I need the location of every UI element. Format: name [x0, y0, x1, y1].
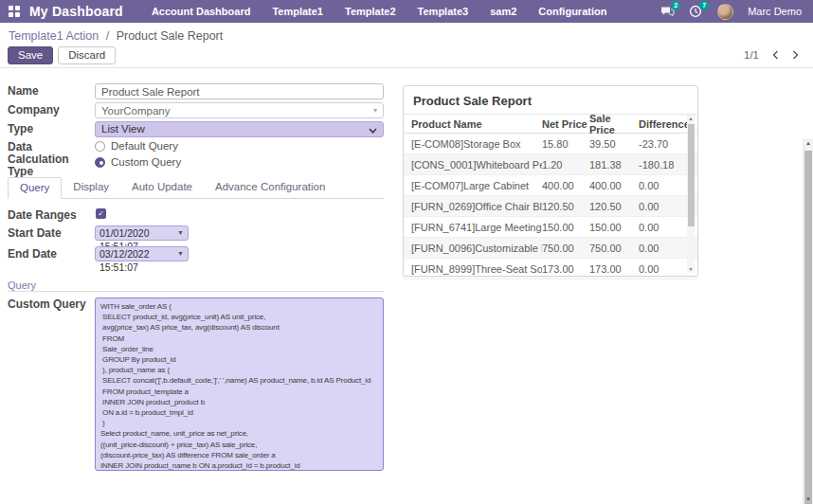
- radio-checked-icon[interactable]: [95, 157, 105, 168]
- radio-option-default-query[interactable]: Default Query: [95, 140, 178, 152]
- tab-auto-update[interactable]: Auto Update: [120, 177, 204, 198]
- query-section-title: Query: [8, 279, 36, 291]
- pager-count: 1/1: [744, 49, 759, 61]
- activities-clock-icon[interactable]: 7: [689, 5, 703, 18]
- datepicker-caret-icon[interactable]: ▼: [177, 247, 184, 261]
- end-date-input[interactable]: 03/12/2022 15:51:07 ▼: [95, 246, 189, 261]
- value-cell: 173.00: [589, 263, 639, 275]
- messages-icon[interactable]: 2: [660, 5, 675, 18]
- menu-item-template1[interactable]: Template1: [272, 6, 323, 17]
- menu-item-account-dashboard[interactable]: Account Dashboard: [152, 6, 251, 17]
- tab-advance-configuration[interactable]: Advance Configuration: [204, 177, 336, 198]
- menu-item-template3[interactable]: Template3: [418, 6, 469, 17]
- pager: 1/1: [744, 49, 799, 61]
- column-header-difference: Difference: [639, 118, 684, 130]
- product-name-cell: [FURN_0096]Customizable Desk: [411, 243, 542, 254]
- main-menu: Account Dashboard Template1 Template2 Te…: [152, 6, 607, 17]
- scroll-up-icon[interactable]: ▲: [687, 116, 695, 121]
- table-row: [E-COM07]Large Cabinet400.00400.000.00: [404, 175, 697, 196]
- product-name-cell: [CONS_0001]Whiteboard Pen: [411, 159, 542, 171]
- value-cell: 0.00: [639, 222, 684, 233]
- notebook-tabs: Query Display Auto Update Advance Config…: [8, 177, 384, 199]
- form-sheet: Name Company ▾ Type List View Data Calcu…: [0, 69, 813, 504]
- radio-unchecked-icon[interactable]: [95, 141, 105, 152]
- action-buttons: Save Discard: [8, 46, 116, 64]
- radio-option-label: Custom Query: [111, 156, 181, 168]
- report-title: Product Sale Report: [404, 86, 697, 115]
- user-name[interactable]: Marc Demo: [748, 6, 802, 17]
- date-ranges-checkbox[interactable]: ✓: [96, 208, 106, 219]
- discard-button[interactable]: Discard: [58, 46, 116, 64]
- value-cell: -23.70: [639, 138, 684, 150]
- product-name-cell: [E-COM08]Storage Box: [411, 138, 542, 150]
- breadcrumb-parent-link[interactable]: Template1 Action: [9, 29, 99, 43]
- company-label: Company: [8, 104, 89, 117]
- value-cell: 181.38: [589, 159, 639, 171]
- pager-next-icon[interactable]: [792, 50, 799, 60]
- value-cell: 1.20: [542, 159, 589, 171]
- navbar-right: 2 7 Marc Demo: [660, 4, 813, 20]
- value-cell: 173.00: [542, 263, 589, 275]
- value-cell: 39.50: [589, 138, 639, 150]
- table-row: [FURN_0269]Office Chair Black120.50120.5…: [404, 196, 697, 217]
- custom-query-label: Custom Query: [8, 298, 89, 311]
- value-cell: 400.00: [589, 180, 639, 191]
- scroll-down-icon[interactable]: ▼: [687, 266, 695, 272]
- table-row: [CONS_0001]Whiteboard Pen1.20181.38-180.…: [404, 154, 697, 175]
- tab-display[interactable]: Display: [62, 177, 120, 198]
- end-date-value: 03/12/2022 15:51:07: [99, 248, 150, 273]
- date-ranges-label: Date Ranges: [8, 209, 89, 222]
- tab-query[interactable]: Query: [8, 177, 62, 199]
- table-row: [FURN_6741]Large Meeting Table150.00150.…: [404, 217, 697, 238]
- value-cell: 0.00: [639, 263, 684, 275]
- breadcrumb-separator: /: [106, 29, 109, 43]
- report-table-body: [E-COM08]Storage Box15.8039.50-23.70[CON…: [404, 134, 697, 279]
- report-preview-card: Product Sale Report Product Name Net Pri…: [403, 85, 698, 277]
- page-scrollbar[interactable]: ▲ ▼: [803, 138, 813, 504]
- value-cell: -180.18: [639, 159, 684, 171]
- control-panel: Template1 Action / Product Sale Report S…: [0, 23, 813, 68]
- table-row: [FURN_8999]Three-Seat Sofa173.00173.000.…: [404, 259, 697, 279]
- chevron-down-icon: [369, 128, 377, 134]
- start-date-label: Start Date: [8, 227, 89, 240]
- type-select[interactable]: List View: [95, 121, 384, 137]
- table-header-row: Product Name Net Price Sale Price Differ…: [404, 115, 697, 134]
- value-cell: 0.00: [639, 243, 684, 254]
- pager-previous-icon[interactable]: [772, 50, 779, 60]
- end-date-label: End Date: [8, 248, 89, 261]
- value-cell: 750.00: [589, 243, 639, 254]
- value-cell: 0.00: [639, 180, 684, 191]
- datepicker-caret-icon[interactable]: ▼: [177, 226, 184, 240]
- value-cell: 120.50: [589, 201, 639, 212]
- company-input[interactable]: [95, 102, 384, 118]
- apps-grid-icon[interactable]: [9, 6, 20, 17]
- column-header-product-name: Product Name: [411, 118, 542, 130]
- scroll-down-icon[interactable]: ▼: [804, 496, 813, 502]
- name-input[interactable]: [95, 83, 384, 99]
- start-date-input[interactable]: 01/01/2020 15:51:07 ▼: [95, 225, 189, 241]
- type-label: Type: [8, 123, 89, 135]
- value-cell: 0.00: [639, 201, 684, 212]
- data-calculation-type-label: Data Calculation Type: [8, 141, 83, 178]
- custom-query-textarea[interactable]: WITH sale_order AS ( SELECT product_id, …: [95, 297, 384, 471]
- value-cell: 15.80: [542, 138, 589, 150]
- radio-option-custom-query[interactable]: Custom Query: [95, 156, 181, 168]
- scroll-up-icon[interactable]: ▲: [804, 140, 813, 146]
- menu-item-configuration[interactable]: Configuration: [538, 6, 606, 17]
- table-scrollbar[interactable]: ▲ ▼: [687, 115, 695, 273]
- save-button[interactable]: Save: [8, 46, 53, 64]
- user-avatar[interactable]: [717, 4, 733, 20]
- column-header-net-price: Net Price: [542, 118, 589, 130]
- menu-item-sam2[interactable]: sam2: [490, 6, 516, 17]
- page-scrollbar-thumb[interactable]: [804, 151, 812, 504]
- app-brand[interactable]: My Dashboard: [29, 4, 123, 19]
- value-cell: 150.00: [589, 222, 639, 233]
- type-select-value: List View: [101, 123, 145, 135]
- table-row: [FURN_0096]Customizable Desk750.00750.00…: [404, 238, 697, 259]
- radio-option-label: Default Query: [111, 140, 178, 152]
- product-name-cell: [FURN_6741]Large Meeting Table: [411, 222, 542, 233]
- messages-count-badge: 2: [671, 1, 680, 10]
- value-cell: 750.00: [542, 243, 589, 254]
- menu-item-template2[interactable]: Template2: [345, 6, 396, 17]
- table-scrollbar-thumb[interactable]: [688, 124, 695, 226]
